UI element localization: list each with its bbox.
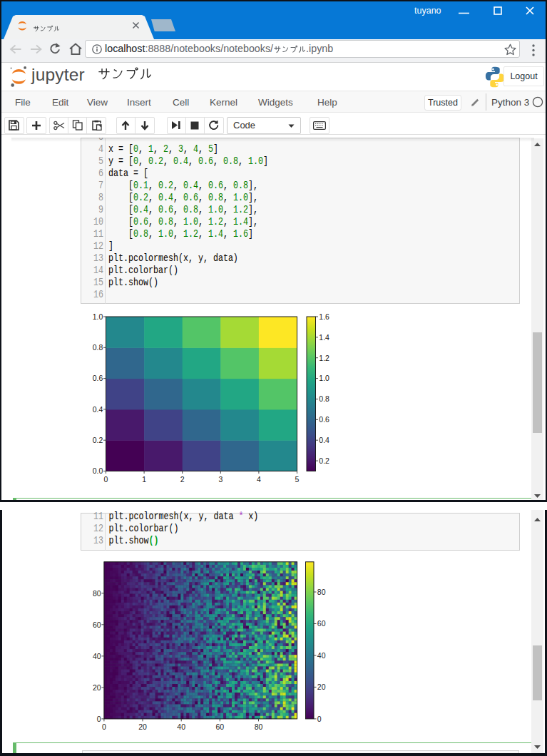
svg-text:40: 40 [178, 722, 186, 731]
svg-text:2: 2 [180, 475, 184, 484]
svg-text:80: 80 [93, 589, 101, 598]
svg-text:5: 5 [295, 475, 299, 484]
svg-text:4: 4 [256, 475, 260, 484]
svg-text:0.6: 0.6 [92, 374, 103, 382]
svg-text:1.4: 1.4 [319, 333, 329, 342]
svg-text:60: 60 [93, 620, 101, 629]
svg-text:20: 20 [317, 683, 326, 691]
svg-text:0.2: 0.2 [319, 456, 329, 465]
svg-text:0.2: 0.2 [92, 436, 103, 444]
svg-text:20: 20 [139, 722, 148, 731]
svg-text:1.0: 1.0 [319, 374, 329, 382]
svg-text:20: 20 [93, 683, 101, 692]
svg-text:1.6: 1.6 [319, 312, 329, 321]
svg-text:0: 0 [317, 715, 322, 723]
svg-text:0.6: 0.6 [319, 415, 329, 424]
svg-text:0: 0 [103, 475, 108, 484]
svg-text:0.8: 0.8 [92, 343, 103, 352]
svg-text:1: 1 [142, 475, 146, 484]
svg-text:0.4: 0.4 [319, 436, 329, 444]
svg-text:0: 0 [102, 722, 106, 731]
svg-text:0: 0 [97, 715, 101, 723]
svg-text:1.2: 1.2 [319, 354, 329, 362]
svg-text:40: 40 [317, 651, 326, 660]
svg-text:0.0: 0.0 [92, 466, 103, 475]
svg-text:60: 60 [317, 619, 326, 628]
svg-text:0.8: 0.8 [319, 394, 329, 403]
svg-text:80: 80 [255, 722, 263, 731]
svg-text:1.0: 1.0 [92, 312, 103, 321]
svg-text:0.4: 0.4 [92, 405, 103, 414]
svg-text:3: 3 [218, 475, 223, 484]
svg-text:80: 80 [317, 588, 326, 596]
svg-text:40: 40 [93, 652, 101, 660]
svg-text:60: 60 [216, 722, 225, 731]
